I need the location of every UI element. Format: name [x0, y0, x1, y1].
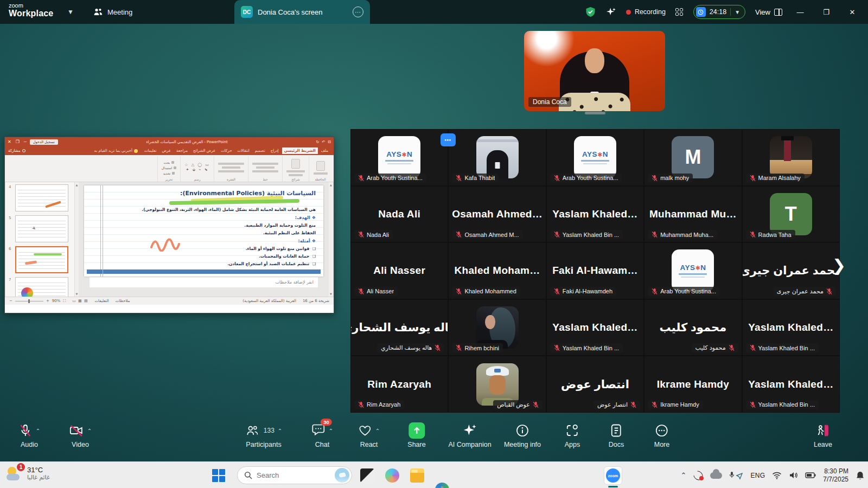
ppt-quick-access-icons[interactable]: ↻↶⊟ — [316, 140, 331, 144]
share-button[interactable]: Share — [407, 422, 425, 448]
ppt-tab-4[interactable]: انتقالات — [235, 147, 252, 154]
participant-tile-6[interactable]: Osamah Ahmed…Osamah Ahmed M... — [449, 187, 545, 242]
gallery-grid-icon[interactable] — [675, 8, 684, 16]
taskbar-search[interactable] — [237, 466, 352, 484]
participant-tile-21[interactable]: عوض القباص — [449, 356, 545, 412]
ppt-slide-canvas[interactable]: السياسات البيئية (Environmental Policies… — [84, 185, 323, 277]
participant-tile-19[interactable]: Yaslam Khaled…Yaslam Khaled Bin ... — [743, 300, 839, 356]
sync-recording-icon[interactable] — [693, 471, 703, 480]
ppt-ribbon-group-3[interactable]: الفقرة — [214, 156, 248, 182]
participant-tile-13[interactable]: AYS✱NArab Youth Sustina... — [644, 243, 741, 299]
participant-tile-14[interactable]: محمد عمران جيرىمحمد عمران جيرى — [743, 243, 839, 299]
ppt-ribbon-group-4[interactable]: ▭ ◯ △ ☆⬊ ⌁ ⬙ ✦رسم — [180, 156, 214, 182]
participants-button[interactable]: 133 ⌃ Participants — [245, 422, 282, 448]
participant-tile-11[interactable]: Khaled Moham…Khaled Mohammed — [449, 243, 545, 299]
ppt-tab-3[interactable]: تصميم — [253, 147, 267, 154]
slide-thumbnail-5[interactable] — [15, 215, 68, 242]
ppt-slide-scrollbar[interactable]: ▲▼ — [329, 182, 334, 297]
shared-screen-powerpoint[interactable]: ✕ ❐ ─ تسجيل الدخول العرض التقديمي السياس… — [4, 137, 334, 313]
copilot-icon[interactable] — [385, 468, 399, 483]
ppt-tab-5[interactable]: حركات — [219, 147, 234, 154]
participant-tile-12[interactable]: Faki Al-Hawam…Faki Al-Hawamdeh — [547, 243, 643, 299]
more-button[interactable]: More — [654, 422, 669, 448]
ppt-notes-button[interactable]: ملاحظات — [116, 299, 130, 303]
audio-chevron-icon[interactable]: ⌃ — [36, 428, 40, 434]
slide-thumbnail-4[interactable] — [15, 184, 68, 211]
leave-button[interactable]: Leave — [814, 422, 832, 448]
ppt-ribbon-group-1[interactable]: شرائح — [282, 156, 309, 182]
minimize-button[interactable]: — — [792, 8, 808, 16]
start-button[interactable] — [212, 469, 225, 482]
restore-button[interactable]: ❐ — [818, 8, 834, 16]
ppt-view-icons[interactable]: ▭ ▦ ▤ — [72, 299, 88, 303]
participant-tile-2[interactable]: AYS✱NArab Youth Sustina... — [547, 130, 643, 185]
ppt-minimize-icon[interactable]: ─ — [24, 139, 27, 144]
ppt-thumbnail-scrollbar[interactable]: ▲▼ — [74, 182, 79, 297]
participant-tile-15[interactable]: هاله يوسف الشحاريهاله يوسف الشحاري — [351, 300, 448, 356]
ppt-restore-icon[interactable]: ❐ — [16, 139, 20, 144]
ai-companion-button[interactable]: AI Companion — [448, 422, 491, 448]
docs-button[interactable]: Docs — [609, 422, 624, 448]
file-explorer-icon[interactable] — [410, 468, 424, 483]
participant-tile-8[interactable]: Muhammad Mu…Muhammad Muha... — [644, 187, 741, 242]
ppt-ribbon-group-0[interactable]: الحافظة — [309, 156, 331, 182]
zoom-app-icon[interactable]: zoom — [604, 466, 622, 485]
weather-widget[interactable]: 1 31°C غائم غالبا — [7, 465, 50, 481]
search-input[interactable] — [257, 471, 330, 479]
search-highlight-image[interactable] — [335, 468, 349, 483]
mic-location-icon[interactable] — [729, 471, 743, 480]
ppt-tab-9[interactable]: تعليمات — [142, 147, 159, 154]
language-indicator[interactable]: ENG — [750, 472, 765, 479]
participant-tile-4[interactable]: Maram Alsalahy — [743, 130, 839, 185]
ppt-signin-button[interactable]: تسجيل الدخول — [30, 139, 58, 145]
apps-button[interactable]: Apps — [565, 422, 580, 448]
participant-tile-0[interactable]: AYS✱NArab Youth Sustina... — [351, 130, 448, 185]
ppt-tellme-search[interactable]: أخبرني بما تريد القيام به — [94, 149, 137, 153]
video-chevron-icon[interactable]: ⌃ — [87, 428, 92, 434]
participant-tile-9[interactable]: TRadwa Taha — [743, 187, 839, 242]
ppt-share-button[interactable]: مشاركة — [8, 149, 25, 153]
meeting-info-button[interactable]: Meeting info — [504, 422, 541, 448]
meeting-timer[interactable]: 24:18 ▼ — [693, 5, 745, 19]
participant-tile-1[interactable]: Kafa Thabit — [449, 130, 545, 185]
ppt-tab-8[interactable]: عرض — [159, 147, 173, 154]
participant-tile-5[interactable]: Nada AliNada Ali — [351, 187, 448, 242]
next-page-button[interactable]: ❯ — [832, 256, 846, 275]
ai-sparkle-icon[interactable] — [605, 7, 616, 17]
security-shield-icon[interactable] — [585, 7, 596, 17]
react-chevron-icon[interactable]: ⌃ — [375, 428, 380, 434]
workspace-chevron-icon[interactable]: ▼ — [67, 8, 74, 16]
timer-chevron-icon[interactable]: ▼ — [735, 9, 740, 15]
wifi-icon[interactable] — [772, 472, 782, 479]
ppt-ribbon-group-2[interactable]: خط — [248, 156, 282, 182]
onedrive-icon[interactable] — [710, 472, 722, 479]
speaker-video-donia[interactable]: Donia Coca — [524, 31, 665, 111]
slide-thumbnail-7[interactable] — [15, 277, 68, 297]
participant-tile-10[interactable]: Ali NasserAli Nasser — [351, 243, 448, 299]
participant-tile-3[interactable]: Mmalk mohy — [644, 130, 741, 185]
ppt-tab-0[interactable]: ملف — [319, 147, 330, 154]
participant-tile-17[interactable]: Yaslam Khaled…Yaslam Khaled Bin ... — [547, 300, 643, 356]
close-button[interactable]: ✕ — [844, 8, 860, 16]
ppt-ribbon-group-5[interactable]: بحثاستبدالتحديدتحرير — [157, 156, 181, 182]
ppt-tab-1[interactable]: الشريط الرئيسي — [282, 147, 318, 154]
participant-tile-24[interactable]: Yaslam Khaled…Yaslam Khaled Bin ... — [743, 356, 839, 412]
chat-button[interactable]: 30 ⌃ Chat — [311, 422, 333, 448]
participant-tile-16[interactable]: Rihem bchini — [449, 300, 545, 356]
task-view-icon[interactable] — [360, 468, 374, 483]
ppt-comments-button[interactable]: التعليقات — [95, 299, 109, 303]
audio-button[interactable]: ⌃ Audio — [18, 422, 40, 448]
tile-options-button[interactable]: ⋯ — [441, 133, 456, 146]
notification-bell-icon[interactable] — [856, 471, 865, 480]
participant-tile-20[interactable]: Rim AzaryahRim Azaryah — [351, 356, 448, 412]
taskbar-clock[interactable]: 8:30 PM 7/7/2025 — [823, 467, 848, 484]
participants-chevron-icon[interactable]: ⌃ — [278, 428, 282, 434]
react-button[interactable]: ⌃ React — [358, 422, 380, 448]
ppt-notes-pane[interactable]: انقر لإضافة ملاحظات — [90, 277, 318, 287]
chat-chevron-icon[interactable]: ⌃ — [329, 428, 333, 434]
video-button[interactable]: ⌃ Video — [69, 422, 92, 448]
ppt-language[interactable]: العربية (المملكة العربية السعودية) — [242, 299, 296, 303]
view-button[interactable]: View — [755, 8, 782, 16]
tab-options-icon[interactable]: ⋯ — [353, 7, 363, 17]
tab-donia-screen[interactable]: DC Donia Coca's screen ⋯ — [234, 0, 370, 24]
